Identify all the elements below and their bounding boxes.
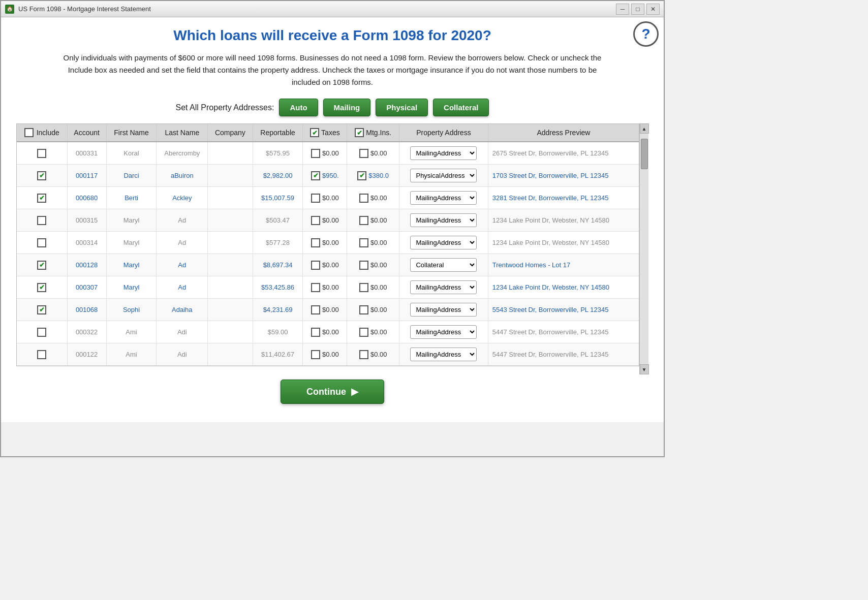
loans-table-container: Include Account First Name Last Name Com… xyxy=(16,123,639,366)
td-last-name[interactable]: Adaiha xyxy=(157,299,208,321)
td-address-preview: 1234 Lake Point Dr, Webster, NY 14580 xyxy=(488,276,639,299)
table-row: 001068SophiAdaiha$4,231.69$0.00$0.00Auto… xyxy=(17,299,639,321)
help-button[interactable]: ? xyxy=(633,21,659,47)
include-checkbox[interactable] xyxy=(37,305,46,314)
taxes-checkbox[interactable] xyxy=(311,216,320,225)
table-header-row: Include Account First Name Last Name Com… xyxy=(17,124,639,142)
maximize-button[interactable]: □ xyxy=(631,4,644,15)
td-first-name[interactable]: Berti xyxy=(106,187,157,209)
include-checkbox[interactable] xyxy=(37,328,46,337)
td-mtgins: $0.00 xyxy=(347,254,399,276)
table-row: 000117DarciaBuiron$2,982.00$950.$380.0Au… xyxy=(17,165,639,187)
mtgins-checkbox[interactable] xyxy=(359,283,368,292)
property-address-select[interactable]: AutoMailingAddressPhysicalAddressCollate… xyxy=(410,146,477,160)
td-company xyxy=(208,142,253,165)
taxes-checkbox[interactable] xyxy=(311,194,320,203)
mtgins-checkbox[interactable] xyxy=(359,261,368,270)
close-button[interactable]: ✕ xyxy=(646,4,660,15)
include-checkbox[interactable] xyxy=(37,238,46,247)
mtgins-checkbox[interactable] xyxy=(357,171,366,180)
set-all-mailing-button[interactable]: Mailing xyxy=(323,99,371,116)
td-property-address[interactable]: AutoMailingAddressPhysicalAddressCollate… xyxy=(399,142,488,165)
mtgins-checkbox[interactable] xyxy=(359,194,368,203)
property-address-select[interactable]: AutoMailingAddressPhysicalAddressCollate… xyxy=(410,280,477,294)
taxes-checkbox[interactable] xyxy=(311,261,320,270)
taxes-checkbox[interactable] xyxy=(311,305,320,314)
td-account[interactable]: 000307 xyxy=(67,276,106,299)
taxes-checkbox[interactable] xyxy=(311,328,320,337)
mtgins-checkbox[interactable] xyxy=(359,149,368,158)
property-address-select[interactable]: AutoMailingAddressPhysicalAddressCollate… xyxy=(410,213,477,227)
td-property-address[interactable]: AutoMailingAddressPhysicalAddressCollate… xyxy=(399,254,488,276)
mtgins-checkbox[interactable] xyxy=(359,350,368,359)
taxes-all-checkbox[interactable] xyxy=(310,128,319,137)
td-account[interactable]: 000117 xyxy=(67,165,106,187)
td-property-address[interactable]: AutoMailingAddressPhysicalAddressCollate… xyxy=(399,165,488,187)
property-address-select[interactable]: AutoMailingAddressPhysicalAddressCollate… xyxy=(410,169,477,182)
taxes-checkbox[interactable] xyxy=(311,171,320,180)
taxes-checkbox[interactable] xyxy=(311,238,320,247)
minimize-button[interactable]: ─ xyxy=(616,4,629,15)
property-address-select[interactable]: AutoMailingAddressPhysicalAddressCollate… xyxy=(410,303,477,317)
include-checkbox[interactable] xyxy=(37,350,46,359)
td-taxes: $0.00 xyxy=(303,232,347,254)
td-account[interactable]: 000128 xyxy=(67,254,106,276)
table-scroll: Include Account First Name Last Name Com… xyxy=(16,123,639,374)
set-all-physical-button[interactable]: Physical xyxy=(376,99,428,116)
td-account: 000331 xyxy=(67,142,106,165)
include-all-checkbox[interactable] xyxy=(24,128,34,137)
scroll-thumb[interactable] xyxy=(641,139,648,169)
include-checkbox[interactable] xyxy=(37,283,46,292)
mtgins-checkbox[interactable] xyxy=(359,305,368,314)
td-last-name[interactable]: Ad xyxy=(157,254,208,276)
mtgins-checkbox[interactable] xyxy=(359,238,368,247)
scroll-down-arrow[interactable]: ▼ xyxy=(640,364,649,374)
td-property-address[interactable]: AutoMailingAddressPhysicalAddressCollate… xyxy=(399,276,488,299)
td-reportable: $4,231.69 xyxy=(253,299,303,321)
app-icon: 🏠 xyxy=(5,5,14,14)
td-include xyxy=(17,187,67,209)
set-all-auto-button[interactable]: Auto xyxy=(279,99,318,116)
td-account[interactable]: 001068 xyxy=(67,299,106,321)
td-address-preview: 5447 Street Dr, Borrowerville, PL 12345 xyxy=(488,321,639,343)
mtgins-checkbox[interactable] xyxy=(359,328,368,337)
property-address-select[interactable]: AutoMailingAddressPhysicalAddressCollate… xyxy=(410,258,477,272)
td-first-name[interactable]: Sophi xyxy=(106,299,157,321)
include-checkbox[interactable] xyxy=(37,171,46,180)
td-first-name[interactable]: Maryl xyxy=(106,276,157,299)
include-checkbox[interactable] xyxy=(37,149,46,158)
td-last-name[interactable]: aBuiron xyxy=(157,165,208,187)
td-property-address[interactable]: AutoMailingAddressPhysicalAddressCollate… xyxy=(399,232,488,254)
td-property-address[interactable]: AutoMailingAddressPhysicalAddressCollate… xyxy=(399,187,488,209)
continue-button[interactable]: Continue ▶ xyxy=(281,380,384,404)
mtgins-all-checkbox[interactable] xyxy=(355,128,364,137)
mtgins-checkbox[interactable] xyxy=(359,216,368,225)
taxes-checkbox[interactable] xyxy=(311,283,320,292)
td-first-name[interactable]: Maryl xyxy=(106,254,157,276)
col-property-address: Property Address xyxy=(399,124,488,142)
taxes-checkbox[interactable] xyxy=(311,350,320,359)
taxes-checkbox[interactable] xyxy=(311,149,320,158)
include-checkbox[interactable] xyxy=(37,216,46,225)
scroll-thumb-area xyxy=(640,134,648,364)
td-company xyxy=(208,187,253,209)
include-checkbox[interactable] xyxy=(37,194,46,203)
td-account[interactable]: 000680 xyxy=(67,187,106,209)
td-last-name[interactable]: Ad xyxy=(157,276,208,299)
td-property-address[interactable]: AutoMailingAddressPhysicalAddressCollate… xyxy=(399,209,488,232)
property-address-select[interactable]: AutoMailingAddressPhysicalAddressCollate… xyxy=(410,348,477,361)
td-property-address[interactable]: AutoMailingAddressPhysicalAddressCollate… xyxy=(399,299,488,321)
table-row: 000680BertiAckley$15,007.59$0.00$0.00Aut… xyxy=(17,187,639,209)
td-last-name[interactable]: Ackley xyxy=(157,187,208,209)
property-address-select[interactable]: AutoMailingAddressPhysicalAddressCollate… xyxy=(410,236,477,249)
td-first-name[interactable]: Darci xyxy=(106,165,157,187)
loans-table: Include Account First Name Last Name Com… xyxy=(17,124,639,366)
property-address-select[interactable]: AutoMailingAddressPhysicalAddressCollate… xyxy=(410,325,477,339)
table-row: 000322AmiAdi$59.00$0.00$0.00AutoMailingA… xyxy=(17,321,639,343)
scroll-up-arrow[interactable]: ▲ xyxy=(640,123,649,134)
td-property-address[interactable]: AutoMailingAddressPhysicalAddressCollate… xyxy=(399,321,488,343)
set-all-collateral-button[interactable]: Collateral xyxy=(433,99,489,116)
property-address-select[interactable]: AutoMailingAddressPhysicalAddressCollate… xyxy=(410,191,477,205)
td-property-address[interactable]: AutoMailingAddressPhysicalAddressCollate… xyxy=(399,343,488,366)
include-checkbox[interactable] xyxy=(37,261,46,270)
